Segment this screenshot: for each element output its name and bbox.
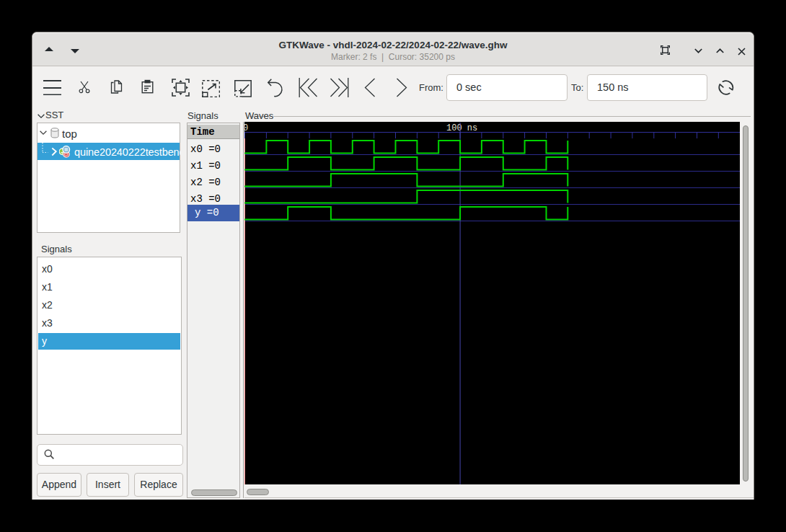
svg-text:100 ns: 100 ns bbox=[446, 123, 477, 133]
svg-text:0: 0 bbox=[244, 123, 248, 133]
